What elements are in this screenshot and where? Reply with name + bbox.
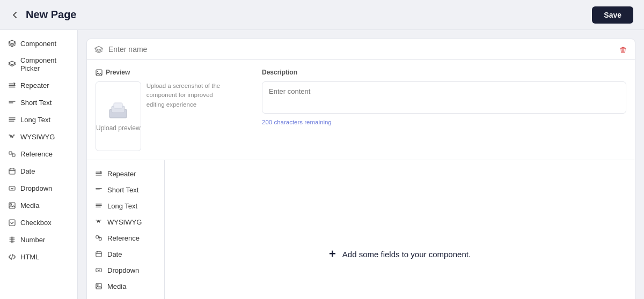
- sidebar-item-long-text[interactable]: Long Text: [0, 111, 77, 128]
- sidebar-label-short-text: Short Text: [20, 99, 52, 107]
- field-menu-reference[interactable]: Reference: [87, 230, 164, 246]
- sidebar: Component Component Picker Repeater: [0, 30, 78, 299]
- field-type-menu: Repeater Short Text: [87, 160, 165, 299]
- sidebar-label-repeater: Repeater: [20, 81, 49, 89]
- preview-section: Preview Upload preview: [96, 69, 251, 151]
- svg-rect-11: [114, 103, 122, 108]
- sidebar-item-number[interactable]: Number: [0, 231, 77, 248]
- field-menu-short-text[interactable]: Short Text: [87, 182, 164, 198]
- delete-button[interactable]: [619, 44, 627, 54]
- svg-rect-15: [96, 268, 101, 272]
- sidebar-item-reference[interactable]: Reference: [0, 146, 77, 162]
- preview-hint: Upload a screenshot of thecomponent for …: [147, 81, 220, 151]
- sidebar-item-repeater[interactable]: Repeater: [0, 77, 77, 93]
- char-count: 200 characters remaining: [262, 119, 626, 125]
- svg-point-4: [10, 203, 11, 205]
- field-menu-repeater[interactable]: Repeater: [87, 166, 164, 182]
- sidebar-label-component: Component: [20, 40, 56, 48]
- preview-content: Upload preview Upload a screenshot of th…: [96, 81, 251, 151]
- field-menu-wysiwyg[interactable]: WYSIWYG: [87, 214, 164, 230]
- component-name-input[interactable]: [108, 45, 613, 54]
- layers-icon: [8, 39, 16, 48]
- upload-preview-box[interactable]: Upload preview: [96, 81, 141, 151]
- sidebar-label-html: HTML: [20, 253, 39, 261]
- field-dropdown-icon: [94, 266, 103, 274]
- editor-layers-icon: [94, 44, 103, 54]
- long-text-icon: [8, 115, 16, 124]
- sidebar-item-html[interactable]: HTML: [0, 249, 77, 265]
- main-layout: Component Component Picker Repeater: [0, 30, 644, 299]
- back-button[interactable]: [11, 9, 19, 20]
- field-menu-checkbox[interactable]: Checkbox: [87, 294, 164, 299]
- svg-rect-3: [9, 186, 15, 190]
- svg-rect-6: [9, 220, 15, 226]
- sidebar-item-short-text[interactable]: Short Text: [0, 94, 77, 110]
- svg-rect-14: [96, 252, 101, 257]
- empty-state-message: Add some fields to your component.: [342, 250, 471, 259]
- sidebar-item-media[interactable]: Media: [0, 197, 77, 213]
- svg-rect-2: [9, 169, 15, 174]
- description-label: Description: [262, 69, 626, 76]
- field-menu-date[interactable]: Date: [87, 246, 164, 262]
- preview-label: Preview: [96, 69, 251, 76]
- number-icon: [8, 235, 16, 244]
- field-date-icon: [94, 250, 103, 258]
- date-icon: [8, 167, 16, 175]
- fields-area: Repeater Short Text: [87, 160, 635, 299]
- field-menu-dropdown[interactable]: Dropdown: [87, 262, 164, 278]
- field-media-icon: [94, 282, 103, 290]
- sidebar-label-date: Date: [20, 167, 35, 175]
- editor-body: Preview Upload preview: [87, 60, 635, 160]
- dropdown-icon: [8, 184, 16, 192]
- sidebar-item-wysiwyg[interactable]: WYSIWYG: [0, 129, 77, 145]
- field-menu-long-text[interactable]: Long Text: [87, 198, 164, 214]
- sidebar-label-reference: Reference: [20, 150, 53, 158]
- sidebar-label-media: Media: [20, 201, 39, 210]
- sidebar-item-dropdown[interactable]: Dropdown: [0, 180, 77, 196]
- sidebar-label-dropdown: Dropdown: [20, 184, 52, 192]
- page-title: New Page: [26, 9, 592, 21]
- html-icon: [8, 252, 16, 261]
- sidebar-label-checkbox: Checkbox: [20, 219, 52, 227]
- checkbox-icon: [8, 218, 16, 227]
- content-area: Preview Upload preview: [78, 30, 644, 299]
- upload-preview-label: Upload preview: [96, 124, 141, 132]
- field-menu-media[interactable]: Media: [87, 278, 164, 294]
- field-short-text-icon: [94, 185, 103, 194]
- description-input[interactable]: [262, 81, 626, 114]
- svg-rect-12: [96, 236, 99, 238]
- editor-header: [87, 39, 635, 60]
- field-repeater-icon: [94, 169, 103, 178]
- wysiwyg-icon: [8, 132, 16, 141]
- field-wysiwyg-icon: [94, 218, 103, 226]
- description-section: Description 200 characters remaining: [262, 69, 626, 151]
- short-text-icon: [8, 98, 16, 107]
- field-reference-icon: [94, 234, 103, 242]
- media-icon: [8, 201, 16, 210]
- sidebar-item-checkbox[interactable]: Checkbox: [0, 214, 77, 230]
- header: New Page Save: [0, 0, 644, 30]
- sidebar-item-component[interactable]: Component: [0, 35, 77, 51]
- sidebar-item-date[interactable]: Date: [0, 163, 77, 179]
- svg-rect-7: [96, 70, 102, 76]
- svg-rect-0: [9, 152, 12, 154]
- save-button[interactable]: Save: [592, 6, 633, 24]
- repeater-icon: [8, 81, 16, 89]
- field-long-text-icon: [94, 201, 103, 210]
- layers-pick-icon: [8, 60, 16, 69]
- svg-point-8: [97, 71, 98, 72]
- svg-point-16: [97, 284, 98, 286]
- sidebar-label-long-text: Long Text: [20, 116, 50, 124]
- plus-icon: +: [329, 247, 336, 261]
- component-editor: Preview Upload preview: [86, 39, 635, 299]
- empty-state: + Add some fields to your component.: [165, 160, 635, 299]
- sidebar-label-component-picker: Component Picker: [20, 56, 70, 72]
- sidebar-label-wysiwyg: WYSIWYG: [20, 133, 55, 141]
- sidebar-item-component-picker[interactable]: Component Picker: [0, 53, 77, 76]
- sidebar-label-number: Number: [20, 236, 45, 244]
- reference-icon: [8, 150, 16, 158]
